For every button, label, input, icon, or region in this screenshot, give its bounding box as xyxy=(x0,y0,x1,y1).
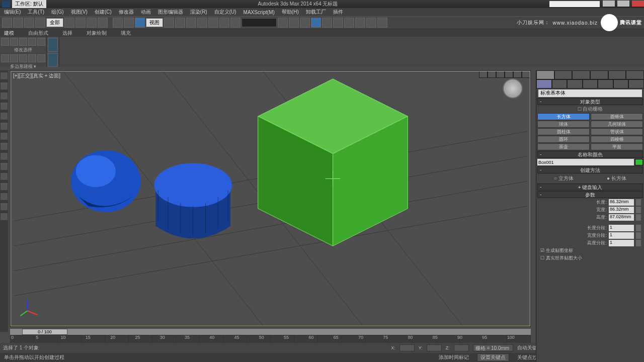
prim-plane[interactable]: 平面 xyxy=(591,143,643,150)
poly-btn-2[interactable] xyxy=(10,38,18,46)
help-search-input[interactable] xyxy=(549,1,600,7)
poly-model-label[interactable]: 多边形建模 ▾ xyxy=(1,63,45,70)
box-radio[interactable]: ● 长方体 xyxy=(607,175,626,182)
angle-snap-toggle[interactable] xyxy=(197,18,207,28)
shapes-subtab[interactable] xyxy=(552,79,568,88)
prim-box[interactable]: 长方体 xyxy=(537,113,590,120)
move-button[interactable] xyxy=(113,18,123,28)
rendered-frame-button[interactable] xyxy=(366,18,376,28)
undo-button[interactable] xyxy=(2,18,12,28)
schematic-view-button[interactable] xyxy=(333,18,343,28)
height-segs-spinner[interactable] xyxy=(636,240,641,246)
select-manipulate-button[interactable] xyxy=(175,18,185,28)
width-spinner[interactable] xyxy=(636,207,641,213)
left-tool-9[interactable] xyxy=(1,153,8,160)
modify-tab[interactable] xyxy=(554,70,573,79)
close-button[interactable] xyxy=(632,1,644,7)
time-slider[interactable]: 0 / 100 xyxy=(10,329,531,335)
workspace-selector[interactable]: 工作区: 默认 xyxy=(12,0,46,8)
coord-y-input[interactable] xyxy=(427,344,442,351)
curve-editor-button[interactable] xyxy=(322,18,332,28)
link-button[interactable] xyxy=(24,18,34,28)
prim-pyramid[interactable]: 四棱锥 xyxy=(591,136,643,143)
rollout-parameters[interactable]: 参数 xyxy=(537,191,643,198)
lights-subtab[interactable] xyxy=(567,79,583,88)
maximize-button[interactable] xyxy=(617,1,629,7)
scene-cylinder[interactable] xyxy=(154,163,232,239)
add-time-tag[interactable]: 添加时间标记 xyxy=(439,354,469,361)
time-ruler[interactable]: 0510152025303540455055606570758085909510… xyxy=(10,335,531,343)
display-tab[interactable] xyxy=(608,70,626,79)
time-slider-knob[interactable]: 0 / 100 xyxy=(22,329,67,335)
prim-geosphere[interactable]: 几何球体 xyxy=(591,121,643,128)
prim-teapot[interactable]: 茶壶 xyxy=(537,143,590,150)
left-tool-15[interactable] xyxy=(1,213,8,220)
poly-sub-1[interactable] xyxy=(1,54,9,62)
tab-populate[interactable]: 填充 xyxy=(121,30,131,37)
menu-plugin1[interactable]: 卸载工厂 xyxy=(306,9,326,16)
auto-grid-checkbox[interactable]: ☐ 自动栅格 xyxy=(536,106,644,113)
systems-subtab[interactable] xyxy=(628,79,644,88)
app-icon[interactable] xyxy=(2,1,10,8)
unlink-button[interactable] xyxy=(35,18,45,28)
rollout-creation-method[interactable]: 创建方法 xyxy=(537,166,643,173)
width-segs-input[interactable]: 1 xyxy=(609,232,634,239)
menu-animation[interactable]: 动画 xyxy=(141,9,151,16)
length-segs-spinner[interactable] xyxy=(636,225,641,231)
menu-customize[interactable]: 自定义(U) xyxy=(214,9,236,16)
menu-rendering[interactable]: 渲染(R) xyxy=(190,9,207,16)
viewport[interactable]: [+][正交][真实 + 边面] xyxy=(11,71,530,326)
left-tool-14[interactable] xyxy=(1,203,8,210)
redo-button[interactable] xyxy=(13,18,23,28)
vptool-2[interactable] xyxy=(488,71,496,78)
rotate-button[interactable] xyxy=(124,18,134,28)
prim-cylinder[interactable]: 圆柱体 xyxy=(537,128,590,135)
left-tool-12[interactable] xyxy=(1,183,8,190)
cube-radio[interactable]: ○ 立方体 xyxy=(554,175,574,182)
rollout-name-color[interactable]: 名称和颜色 xyxy=(537,151,643,158)
poly-btn-4[interactable] xyxy=(28,38,36,46)
left-tool-2[interactable] xyxy=(1,82,8,89)
prim-sphere[interactable]: 球体 xyxy=(537,121,590,128)
hierarchy-tab[interactable] xyxy=(572,70,590,79)
edit-named-sel-button[interactable] xyxy=(230,18,240,28)
width-input[interactable]: 86.32mm xyxy=(609,207,634,213)
layers-button[interactable] xyxy=(300,18,310,28)
left-tool-6[interactable] xyxy=(1,123,8,130)
length-spinner[interactable] xyxy=(636,199,641,206)
rollout-keyboard-entry[interactable]: + 键盘输入 xyxy=(537,184,643,191)
menu-maxscript[interactable]: MAXScript(M) xyxy=(244,10,275,15)
vptool-4[interactable] xyxy=(505,71,513,78)
left-tool-8[interactable] xyxy=(1,143,8,150)
spinner-snap-toggle[interactable] xyxy=(219,18,229,28)
named-selection-input[interactable] xyxy=(242,18,277,27)
material-editor-button[interactable] xyxy=(344,18,354,28)
prim-cone[interactable]: 圆锥体 xyxy=(591,113,643,120)
prim-tube[interactable]: 管状体 xyxy=(591,128,643,135)
align-button[interactable] xyxy=(289,18,299,28)
gen-mapping-checkbox[interactable]: 生成贴图坐标 xyxy=(536,247,644,254)
ribbon-toggle-button[interactable] xyxy=(311,18,321,28)
select-region-button[interactable] xyxy=(87,18,97,28)
tab-modeling[interactable]: 建模 xyxy=(4,30,14,37)
left-tool-4[interactable] xyxy=(1,103,8,110)
category-dropdown[interactable]: 标准基本体 xyxy=(538,89,642,97)
object-color-swatch[interactable] xyxy=(635,159,643,165)
cameras-subtab[interactable] xyxy=(583,79,598,88)
height-spinner[interactable] xyxy=(636,214,641,221)
rollout-object-type[interactable]: 对象类型 xyxy=(537,98,643,105)
menu-views[interactable]: 视图(V) xyxy=(71,9,88,16)
scale-button[interactable] xyxy=(135,18,145,28)
viewcube[interactable] xyxy=(503,78,523,99)
motion-tab[interactable] xyxy=(590,70,608,79)
menu-group[interactable]: 组(G) xyxy=(51,9,63,16)
menu-create[interactable]: 创建(C) xyxy=(95,9,112,16)
create-tab[interactable] xyxy=(536,70,554,79)
vptool-6[interactable] xyxy=(522,71,530,78)
menu-modifiers[interactable]: 修改器 xyxy=(119,9,134,16)
poly-btn-5[interactable] xyxy=(37,38,45,46)
ribbon-big-btn-1[interactable] xyxy=(48,38,58,52)
left-tool-7[interactable] xyxy=(1,133,8,140)
percent-snap-toggle[interactable] xyxy=(208,18,218,28)
left-tool-13[interactable] xyxy=(1,193,8,200)
